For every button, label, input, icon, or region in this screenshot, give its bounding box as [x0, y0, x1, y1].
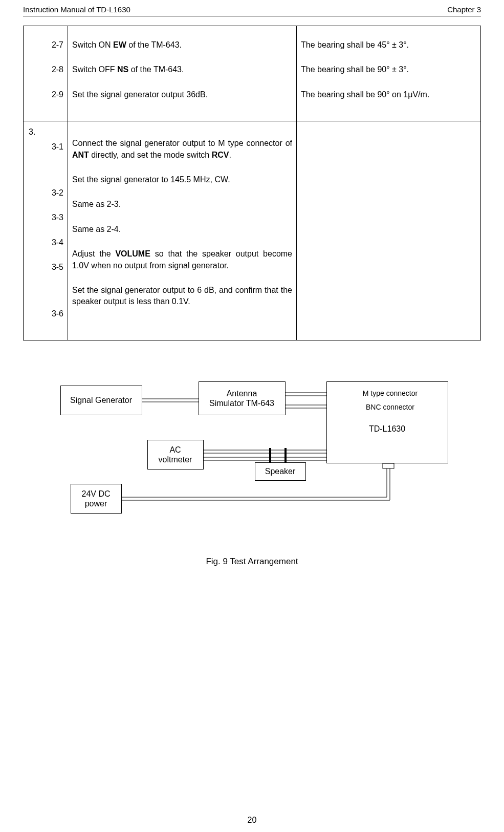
- step-number: 2-9: [52, 90, 63, 99]
- td-l1630-box: M type connector BNC connector TD-L1630: [326, 381, 448, 463]
- step-text: Connect the signal generator output to M…: [72, 139, 292, 147]
- step-text: Same as 2-3.: [72, 200, 121, 208]
- step-text: Same as 2-4.: [72, 225, 121, 233]
- figure-caption: Fig. 9 Test Arrangement: [23, 556, 481, 568]
- page-number: 20: [0, 815, 504, 826]
- speaker-box: Speaker: [255, 462, 306, 481]
- header-left: Instruction Manual of TD-L1630: [23, 4, 130, 15]
- test-arrangement-diagram: Signal Generator Antenna Simulator TM-64…: [55, 381, 449, 530]
- section-number: 3.: [29, 127, 35, 136]
- header-right: Chapter 3: [447, 4, 481, 15]
- step-text: .: [229, 151, 231, 159]
- step-text-bold: NS: [117, 65, 128, 74]
- judge-text: The bearing shall be 90° ± 3°.: [301, 65, 409, 74]
- power-box: 24V DC power: [71, 484, 122, 514]
- signal-generator-box: Signal Generator: [60, 386, 142, 415]
- step-text: of the TM-643.: [128, 65, 184, 74]
- table-row: 3. 3-1 3-2 3-3 3-4 3-5 3-6 Connect the s…: [24, 121, 481, 340]
- step-text: of the TM-643.: [126, 40, 182, 49]
- svg-rect-12: [383, 463, 394, 468]
- step-text: Switch ON: [72, 40, 113, 49]
- step-number: 3-2: [52, 188, 63, 197]
- box-label: Antenna: [227, 389, 257, 398]
- step-number: 3-4: [52, 238, 63, 247]
- step-text: Set the signal generator output to 6 dB,…: [72, 286, 292, 306]
- step-text: Set the signal generator output 36dB.: [72, 90, 208, 99]
- step-text-bold: ANT: [72, 151, 89, 159]
- procedure-column: Switch ON EW of the TM-643. Switch OFF N…: [68, 26, 297, 121]
- antenna-simulator-box: Antenna Simulator TM-643: [199, 381, 286, 415]
- judgement-column: [297, 121, 481, 340]
- box-label: power: [85, 499, 107, 508]
- box-label: Speaker: [265, 466, 296, 476]
- box-label: AC: [169, 445, 181, 455]
- step-text-bold: RCV: [212, 151, 229, 159]
- step-text-bold: EW: [113, 40, 126, 49]
- connector-label: BNC connector: [327, 403, 448, 412]
- step-number: 2-7: [52, 40, 63, 49]
- step-column: 3. 3-1 3-2 3-3 3-4 3-5 3-6: [24, 121, 68, 340]
- step-text: directly, and set the mode switch: [89, 151, 212, 159]
- box-label: voltmeter: [159, 455, 192, 464]
- step-text-bold: VOLUME: [115, 249, 150, 258]
- page: Instruction Manual of TD-L1630 Chapter 3…: [0, 0, 504, 832]
- box-label: Signal Generator: [70, 395, 132, 405]
- step-number: 3-6: [52, 309, 63, 318]
- judge-text: The bearing shall be 90° on 1μV/m.: [301, 90, 429, 99]
- connector-label: M type connector: [327, 389, 448, 398]
- step-column: 2-7 2-8 2-9: [24, 26, 68, 121]
- step-number: 3-5: [52, 263, 63, 271]
- box-label: 24V DC: [81, 489, 110, 499]
- step-number: 2-8: [52, 65, 63, 74]
- step-number: 3-3: [52, 213, 63, 222]
- ac-voltmeter-box: AC voltmeter: [147, 440, 204, 470]
- procedure-table: 2-7 2-8 2-9 Switch ON EW of the TM-643. …: [23, 26, 481, 340]
- table-row: 2-7 2-8 2-9 Switch ON EW of the TM-643. …: [24, 26, 481, 121]
- procedure-column: Connect the signal generator output to M…: [68, 121, 297, 340]
- step-text: Switch OFF: [72, 65, 117, 74]
- judgement-column: The bearing shall be 45° ± 3°. The beari…: [297, 26, 481, 121]
- box-label: TD-L1630: [327, 424, 448, 434]
- step-text: Adjust the: [72, 249, 115, 258]
- page-header: Instruction Manual of TD-L1630 Chapter 3: [23, 4, 481, 16]
- step-text: Set the signal generator to 145.5 MHz, C…: [72, 175, 230, 184]
- step-number: 3-1: [52, 142, 63, 151]
- box-label: Simulator TM-643: [209, 398, 274, 408]
- judge-text: The bearing shall be 45° ± 3°.: [301, 40, 409, 49]
